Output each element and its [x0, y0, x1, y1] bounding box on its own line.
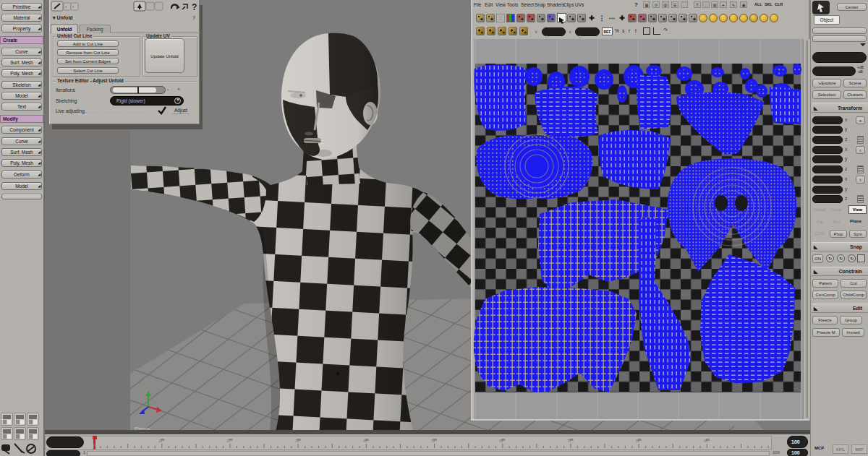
svg-text:40: 40	[363, 439, 367, 443]
svg-text:70: 70	[567, 439, 571, 443]
svg-text:50: 50	[431, 439, 435, 443]
svg-text:90: 90	[704, 439, 708, 443]
svg-text:20: 20	[226, 439, 231, 443]
svg-text:?: ?	[192, 2, 197, 12]
svg-text:60: 60	[499, 439, 503, 443]
svg-text:10: 10	[158, 439, 163, 443]
svg-text:80: 80	[636, 439, 640, 443]
svg-text:30: 30	[295, 439, 299, 443]
